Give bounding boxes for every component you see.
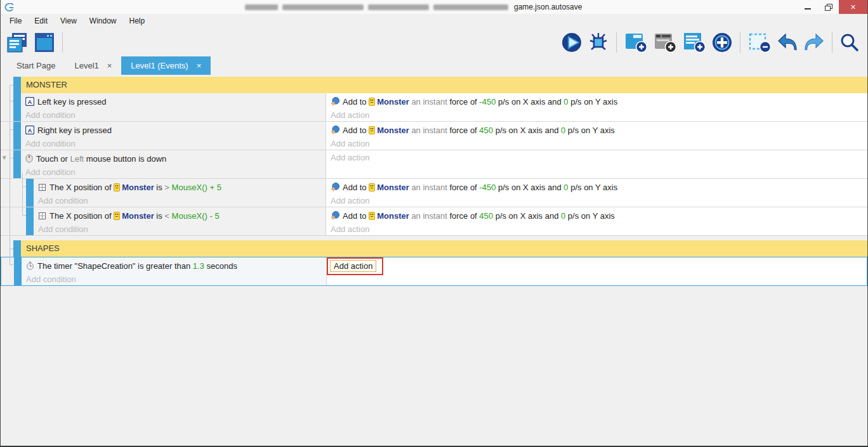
add-event-icon[interactable] <box>624 31 648 54</box>
condition-cell: Touch or Left mouse button is downAdd co… <box>21 150 326 178</box>
add-condition-link[interactable]: Add condition <box>22 273 326 285</box>
toolbar-right <box>558 31 862 54</box>
condition-cell: The timer "ShapeCreation" is greater tha… <box>22 257 326 285</box>
menu-window[interactable]: Window <box>83 16 123 25</box>
sentence-segment: 0 <box>563 183 568 192</box>
tree-gutter <box>1 122 13 150</box>
object-reference[interactable]: Monster <box>114 183 154 192</box>
menu-view[interactable]: View <box>54 16 83 25</box>
search-icon[interactable] <box>839 32 860 53</box>
tab-level1-events[interactable]: Level1 (Events)× <box>121 56 211 75</box>
action-text[interactable]: Add to Monster an instant force of 450 p… <box>326 122 867 137</box>
action-sentence[interactable]: Add to Monster an instant force of 450 p… <box>343 211 615 221</box>
window-title: game.json.autosave <box>245 0 582 14</box>
add-condition-link[interactable]: Add condition <box>34 223 326 235</box>
drag-handle-bar[interactable] <box>26 179 34 207</box>
play-icon[interactable] <box>561 32 582 53</box>
keyboard-icon: A <box>25 126 34 134</box>
condition-cell: The X position of Monster is > MouseX() … <box>34 179 326 207</box>
minimize-button[interactable] <box>797 0 818 14</box>
object-reference[interactable]: Monster <box>369 126 409 135</box>
action-text[interactable]: Add to Monster an instant force of -450 … <box>326 179 867 194</box>
sentence-segment: mouse button is down <box>84 154 166 164</box>
add-condition-link[interactable]: Add condition <box>34 194 326 207</box>
add-condition-link[interactable]: Add condition <box>21 165 326 178</box>
add-action-link[interactable]: Add action <box>326 194 867 207</box>
condition-sentence[interactable]: The X position of Monster is > MouseX() … <box>49 183 221 192</box>
sentence-segment: Add to <box>343 211 369 221</box>
object-reference[interactable]: Monster <box>369 97 409 107</box>
restore-button[interactable] <box>818 0 839 14</box>
condition-sentence[interactable]: Right key is pressed <box>37 126 112 135</box>
event-group-label[interactable]: MONSTER <box>21 77 867 93</box>
sentence-segment: Left key is pressed <box>37 97 106 107</box>
drag-handle-bar[interactable] <box>14 257 22 285</box>
position-icon <box>38 183 46 191</box>
add-action-link[interactable]: Add action <box>326 108 867 121</box>
condition-text[interactable]: ARight key is pressed <box>21 122 326 137</box>
monster-icon <box>114 212 120 220</box>
scene-editor-icon[interactable] <box>34 32 55 53</box>
condition-text[interactable]: The X position of Monster is > MouseX() … <box>34 179 326 194</box>
add-action-link[interactable]: Add action <box>326 223 867 235</box>
monster-icon <box>369 183 375 191</box>
close-tab-icon[interactable]: × <box>107 61 112 70</box>
condition-text[interactable]: The timer "ShapeCreation" is greater tha… <box>22 257 326 273</box>
drag-handle-bar[interactable] <box>26 207 34 235</box>
toolbar-separator <box>740 32 740 53</box>
debug-icon[interactable] <box>588 32 609 53</box>
add-action-link[interactable]: Add action <box>330 260 376 272</box>
object-reference[interactable]: Monster <box>369 183 409 192</box>
action-sentence[interactable]: Add to Monster an instant force of -450 … <box>343 183 617 192</box>
drag-handle-bar[interactable] <box>13 150 21 178</box>
condition-sentence[interactable]: The timer "ShapeCreation" is greater tha… <box>37 261 237 271</box>
add-action-link[interactable]: Add action <box>326 150 867 164</box>
add-comment-icon[interactable] <box>682 31 706 54</box>
project-manager-icon[interactable] <box>6 32 29 53</box>
condition-text[interactable]: Touch or Left mouse button is down <box>21 150 326 165</box>
toolbar <box>1 28 867 56</box>
close-tab-icon[interactable]: × <box>197 61 202 70</box>
condition-sentence[interactable]: Left key is pressed <box>37 97 106 107</box>
add-subevent-icon[interactable] <box>653 31 677 54</box>
collapse-arrow-icon[interactable]: ▾ <box>3 154 6 161</box>
tab-start-page[interactable]: Start Page <box>7 56 65 75</box>
drag-handle-bar[interactable] <box>13 93 21 121</box>
menu-help[interactable]: Help <box>123 16 152 25</box>
drag-handle-bar[interactable] <box>13 240 21 257</box>
close-button[interactable]: × <box>839 0 867 14</box>
object-reference[interactable]: Monster <box>369 211 409 221</box>
app-window: game.json.autosave × File Edit View Wind… <box>0 0 868 447</box>
condition-text[interactable]: ALeft key is pressed <box>21 93 326 108</box>
condition-text[interactable]: The X position of Monster is < MouseX() … <box>34 207 326 223</box>
delete-event-icon[interactable] <box>747 31 772 54</box>
sentence-segment: an instant <box>409 211 450 221</box>
undo-icon[interactable] <box>777 32 798 53</box>
condition-sentence[interactable]: The X position of Monster is < MouseX() … <box>49 211 220 221</box>
minimize-icon <box>805 8 811 10</box>
event-group-label[interactable]: SHAPES <box>21 240 867 257</box>
toolbar-separator <box>616 32 617 53</box>
action-text[interactable]: Add to Monster an instant force of -450 … <box>326 93 867 108</box>
action-sentence[interactable]: Add to Monster an instant force of 450 p… <box>343 126 615 135</box>
add-condition-link[interactable]: Add condition <box>21 137 326 150</box>
add-condition-link[interactable]: Add condition <box>21 108 326 121</box>
action-cell: Add to Monster an instant force of 450 p… <box>326 207 867 235</box>
menu-edit[interactable]: Edit <box>28 16 54 25</box>
action-text[interactable]: Add to Monster an instant force of 450 p… <box>326 207 867 223</box>
tab-level1[interactable]: Level1× <box>65 56 121 75</box>
sentence-segment: The X position of <box>49 211 114 221</box>
condition-sentence[interactable]: Touch or Left mouse button is down <box>36 154 166 164</box>
tree-gutter <box>1 93 13 121</box>
action-sentence[interactable]: Add to Monster an instant force of -450 … <box>343 97 617 107</box>
drag-handle-bar[interactable] <box>13 77 21 93</box>
add-other-icon[interactable] <box>711 32 733 53</box>
redo-icon[interactable] <box>803 32 825 53</box>
add-action-link[interactable]: Add action <box>326 137 867 150</box>
menu-file[interactable]: File <box>3 16 28 25</box>
object-reference[interactable]: Monster <box>114 211 154 221</box>
drag-handle-bar[interactable] <box>13 122 21 150</box>
redacted-title-segment <box>282 4 364 10</box>
event-row: The timer "ShapeCreation" is greater tha… <box>1 257 867 286</box>
redacted-title-segment <box>433 4 508 10</box>
